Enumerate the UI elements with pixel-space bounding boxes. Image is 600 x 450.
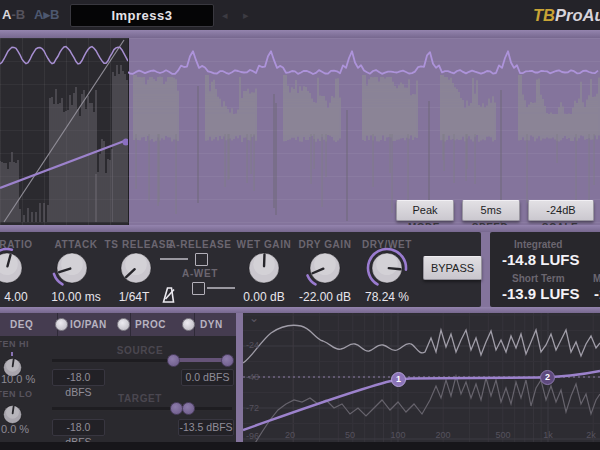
waveform-display: MODE SPEED SCALE Peak 5ms -24dB (128, 38, 600, 225)
tab-proc-radio[interactable] (117, 318, 130, 331)
dry-gain-knob[interactable] (303, 246, 347, 290)
eq-xtick: 1k (543, 430, 553, 440)
target-slider-track[interactable] (52, 407, 232, 411)
eq-xtick: 2k (586, 430, 596, 440)
source-high-handle[interactable] (221, 354, 234, 367)
ab-compare-a: A (2, 7, 11, 22)
ts-release-value: 1/64T (119, 290, 150, 304)
transfer-curve-canvas (0, 38, 128, 225)
tab-proc-label[interactable]: PROC (135, 319, 166, 330)
dry-wet-knob[interactable] (365, 246, 409, 290)
tab-deq-label[interactable]: DEQ (10, 319, 33, 330)
header-bar: A-BA▸B Impress3 ◂ ▸ TBProAudio (0, 0, 600, 30)
eq-ytick: -96 (246, 431, 259, 441)
deq-tab-row: DEQ IO/PAN PROC DYN (0, 313, 236, 336)
a-release-label: A-RELEASE (168, 239, 231, 250)
top-purple-band (0, 30, 600, 38)
a-wet-slider[interactable] (207, 287, 235, 289)
a-wet-label: A-WET (182, 268, 218, 279)
eq-ytick: -48 (246, 372, 259, 382)
metronome-icon[interactable] (160, 286, 177, 304)
frequency-response-graph: ⌄ 1 2 -24 -48 -72 -96 20 50 100 200 500 … (243, 313, 600, 442)
target-high-handle[interactable] (182, 402, 195, 415)
target-low-value[interactable]: -18.0 dBFS (52, 419, 105, 436)
a-wet-checkbox[interactable] (192, 282, 205, 295)
source-low-handle[interactable] (167, 354, 180, 367)
tab-iopan-radio[interactable] (55, 318, 68, 331)
preset-next-icon[interactable]: ▸ (243, 8, 249, 22)
eq-ytick: -24 (246, 340, 259, 350)
target-label: TARGET (118, 393, 162, 404)
scale-select[interactable]: -24dB (528, 200, 594, 221)
attack-value: 10.00 ms (51, 290, 100, 304)
preset-name-box[interactable]: Impress3 (70, 4, 214, 27)
a-release-slider[interactable] (160, 258, 188, 260)
listen-lo-knob[interactable] (2, 404, 23, 425)
impress3-plugin-window: { "header": { "ab_compare": {"a": "A", "… (0, 0, 600, 450)
bypass-button[interactable]: BYPASS (423, 256, 482, 280)
short-term-value: -13.9 LUFS (502, 285, 580, 302)
max-value: -1 (594, 285, 600, 302)
mode-select[interactable]: Peak (396, 200, 454, 221)
eq-xtick: 200 (435, 430, 450, 440)
wet-gain-knob[interactable] (242, 246, 286, 290)
waveform-canvas (128, 38, 600, 225)
ratio-knob[interactable] (0, 246, 29, 290)
target-high-value[interactable]: -13.5 dBFS (178, 419, 234, 436)
max-label: Max (593, 273, 600, 284)
source-low-value[interactable]: -18.0 dBFS (52, 369, 105, 386)
ts-release-knob[interactable] (114, 246, 158, 290)
a-release-checkbox[interactable] (195, 253, 208, 266)
dry-wet-value: 78.24 % (365, 290, 409, 304)
tab-dyn-radio[interactable] (182, 318, 195, 331)
eq-xtick: 500 (495, 430, 510, 440)
integrated-value: -14.8 LUFS (502, 251, 580, 268)
compressor-controls-panel: RATIO ATTACK TS RELEASE A-RELEASE WET GA… (0, 232, 481, 307)
eq-xtick: 20 (285, 430, 295, 440)
short-term-label: Short Term (512, 273, 565, 284)
source-high-value[interactable]: 0.0 dBFS (181, 369, 234, 386)
wet-gain-value: 0.00 dB (243, 290, 284, 304)
ab-compare-button[interactable]: A-B (2, 7, 25, 22)
listen-lo-label: LISTEN LO (0, 389, 33, 399)
mid-purple-band (0, 225, 600, 232)
deq-panel: DEQ IO/PAN PROC DYN LISTEN HI 10.0 % SOU… (0, 313, 236, 442)
eq-xtick: 50 (345, 430, 355, 440)
eq-ytick: -72 (246, 403, 259, 413)
eq-xtick: 100 (390, 430, 405, 440)
listen-lo-value: 0.0 % (1, 423, 29, 435)
integrated-label: Integrated (514, 239, 562, 250)
listen-hi-tick (11, 352, 13, 356)
eq-band-1-handle[interactable]: 1 (391, 372, 406, 387)
ratio-value: 4.00 (4, 290, 27, 304)
eq-band-2-handle[interactable]: 2 (540, 370, 555, 385)
tab-dyn-label[interactable]: DYN (200, 319, 223, 330)
window-bottom-edge (0, 442, 600, 450)
attack-knob[interactable] (50, 246, 94, 290)
ab-copy-button[interactable]: A▸B (34, 7, 59, 22)
ab-compare-b: -B (11, 7, 25, 22)
source-label: SOURCE (117, 345, 163, 356)
loudness-meter-panel: Integrated -14.8 LUFS Short Term Max -13… (490, 232, 600, 307)
tbproaudio-logo: TBProAudio (533, 6, 600, 25)
preset-prev-icon[interactable]: ◂ (222, 8, 228, 22)
listen-hi-value: 10.0 % (1, 373, 35, 385)
speed-select[interactable]: 5ms (462, 200, 520, 221)
tab-iopan-label[interactable]: IO/PAN (70, 319, 107, 330)
transfer-curve-display: -12 -10 -8 -6 -4 -2 (0, 38, 129, 225)
dry-gain-value: -22.00 dB (299, 290, 351, 304)
source-slider-fill (173, 358, 227, 362)
listen-hi-label: LISTEN HI (0, 339, 29, 349)
